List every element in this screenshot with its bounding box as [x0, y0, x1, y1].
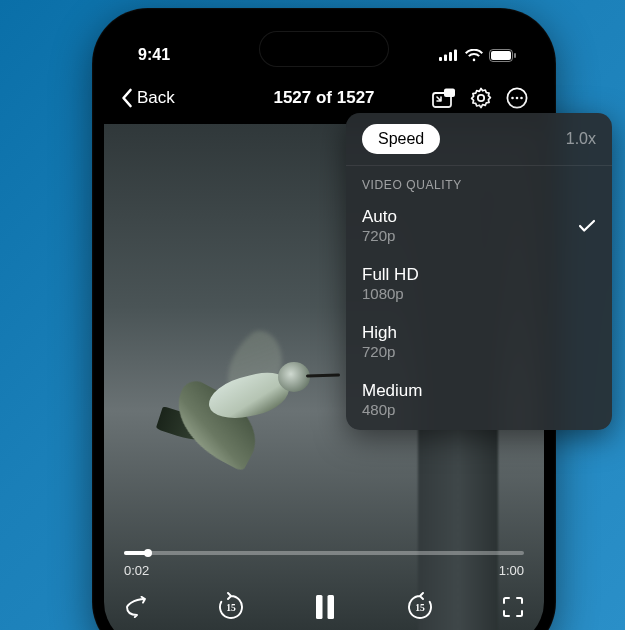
quality-sub: 720p: [362, 227, 397, 246]
quality-item-auto[interactable]: Auto 720p: [346, 198, 612, 256]
back-button[interactable]: Back: [120, 88, 175, 108]
svg-point-12: [516, 97, 519, 100]
time-duration: 1:00: [499, 563, 524, 578]
svg-point-9: [478, 95, 484, 101]
quality-title: Full HD: [362, 264, 419, 285]
svg-rect-16: [328, 595, 335, 619]
svg-point-13: [520, 97, 523, 100]
back-label: Back: [137, 88, 175, 108]
quality-item-medium[interactable]: Medium 480p: [346, 372, 612, 430]
quality-item-fullhd[interactable]: Full HD 1080p: [346, 256, 612, 314]
quality-title: High: [362, 322, 397, 343]
skip-forward-button[interactable]: 15: [405, 592, 435, 622]
skip-back-button[interactable]: 15: [216, 592, 246, 622]
video-frame-bird: [130, 354, 330, 474]
player-controls: 0:02 1:00 15 15: [104, 551, 544, 630]
share-icon: [124, 596, 148, 618]
gear-icon: [470, 87, 492, 109]
cellular-icon: [439, 49, 459, 61]
speed-row[interactable]: Speed 1.0x: [346, 113, 612, 166]
status-time: 9:41: [138, 46, 170, 64]
checkmark-icon: [578, 219, 596, 233]
pip-icon: [432, 88, 456, 108]
quality-sub: 480p: [362, 401, 422, 420]
skip-forward-icon: 15: [405, 592, 435, 622]
quality-title: Medium: [362, 380, 422, 401]
quality-section-label: VIDEO QUALITY: [346, 166, 612, 198]
skip-back-icon: 15: [216, 592, 246, 622]
quality-title: Auto: [362, 206, 397, 227]
chevron-left-icon: [120, 88, 133, 108]
svg-point-11: [511, 97, 514, 100]
quality-item-high[interactable]: High 720p: [346, 314, 612, 372]
svg-text:15: 15: [415, 603, 425, 613]
time-elapsed: 0:02: [124, 563, 149, 578]
settings-popover: Speed 1.0x VIDEO QUALITY Auto 720p Full …: [346, 113, 612, 430]
pip-button[interactable]: [432, 88, 456, 108]
settings-button[interactable]: [470, 87, 492, 109]
wifi-icon: [465, 49, 483, 62]
pause-button[interactable]: [313, 594, 337, 620]
svg-rect-5: [491, 51, 511, 60]
svg-rect-0: [439, 57, 442, 61]
quality-sub: 1080p: [362, 285, 419, 304]
svg-rect-8: [444, 89, 455, 98]
speed-value: 1.0x: [566, 130, 596, 148]
scrubber[interactable]: [124, 551, 524, 555]
svg-rect-6: [514, 53, 516, 58]
svg-rect-1: [444, 55, 447, 62]
quality-sub: 720p: [362, 343, 397, 362]
speed-pill[interactable]: Speed: [362, 124, 440, 154]
share-button[interactable]: [124, 596, 148, 618]
fullscreen-button[interactable]: [502, 596, 524, 618]
fullscreen-icon: [502, 596, 524, 618]
more-icon: [506, 87, 528, 109]
more-button[interactable]: [506, 87, 528, 109]
svg-text:15: 15: [226, 603, 236, 613]
battery-icon: [489, 49, 516, 62]
svg-rect-3: [454, 50, 457, 62]
dynamic-island: [260, 32, 388, 66]
svg-rect-2: [449, 52, 452, 61]
svg-rect-15: [316, 595, 323, 619]
pause-icon: [313, 594, 337, 620]
